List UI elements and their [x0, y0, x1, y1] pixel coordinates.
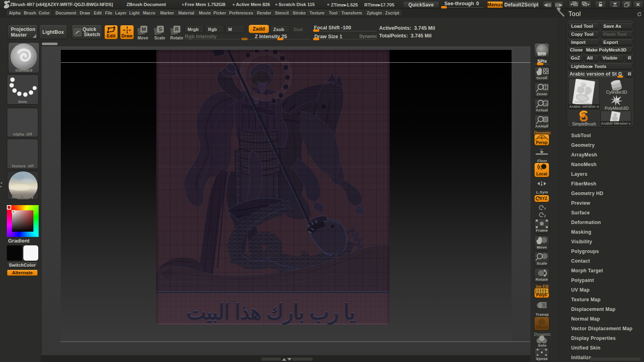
svg-text:Y: Y — [544, 207, 546, 210]
svg-text:Z: Z — [544, 214, 546, 218]
svg-text::1: :1 — [544, 102, 547, 106]
